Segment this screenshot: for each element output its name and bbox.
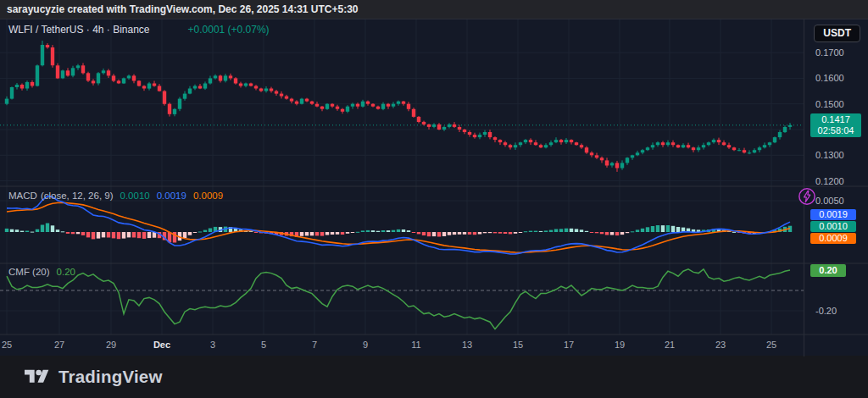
macd-values: 0.00100.00190.0009 xyxy=(120,191,224,201)
time-axis-label: 29 xyxy=(106,340,116,350)
cmf-scale-label-neg: -0.20 xyxy=(815,305,837,317)
time-axis-label: 17 xyxy=(564,340,574,350)
macd-value-2: 0.0009 xyxy=(193,191,223,201)
flash-boost-icon[interactable] xyxy=(798,187,816,206)
macd-title: MACD xyxy=(8,191,37,201)
macd-badge-1: 0.0010 xyxy=(810,221,856,232)
time-axis-label: 19 xyxy=(615,340,625,350)
time-axis-label: 23 xyxy=(715,340,726,350)
macd-badge-0: 0.0019 xyxy=(810,209,856,220)
current-price-badge: 0.1417 02:58:04 xyxy=(810,113,861,137)
cmf-legend[interactable]: CMF (20) 0.20 xyxy=(8,267,75,277)
time-axis-label: Dec xyxy=(153,340,170,350)
tradingview-snapshot: { "attribution": { "text": "sarayucyzie … xyxy=(0,0,868,398)
time-axis-label: 25 xyxy=(2,340,12,350)
time-axis-label: 11 xyxy=(411,340,420,350)
time-axis-label: 7 xyxy=(312,340,317,350)
attribution-text: sarayucyzie created with TradingView.com… xyxy=(7,3,359,15)
currency-usdt-button[interactable]: USDT xyxy=(814,25,860,42)
price-scale-label: 0.1700 xyxy=(815,47,844,58)
current-price: 0.1417 xyxy=(810,114,861,125)
chart-svg[interactable] xyxy=(0,19,868,357)
time-axis-label: 27 xyxy=(54,340,64,350)
macd-badge-2: 0.0009 xyxy=(810,233,856,244)
time-axis-label: 3 xyxy=(210,340,215,350)
time-axis-label: 15 xyxy=(513,340,523,350)
tradingview-logo-text[interactable]: TradingView xyxy=(58,367,163,387)
footer-bar: TradingView xyxy=(0,356,868,398)
time-axis-label: 5 xyxy=(261,340,266,350)
price-scale-label: 0.1600 xyxy=(815,72,844,84)
cmf-title: CMF (20) xyxy=(8,267,50,277)
price-change: +0.0001 (+0.07%) xyxy=(188,24,270,36)
symbol-header: WLFI / TetherUS · 4h · Binance +0.0001 (… xyxy=(8,24,270,36)
macd-value-1: 0.0019 xyxy=(157,191,186,201)
macd-value-0: 0.0010 xyxy=(120,191,150,201)
cmf-value: 0.20 xyxy=(57,267,75,277)
bar-countdown: 02:58:04 xyxy=(810,125,861,136)
chart-area[interactable]: WLFI / TetherUS · 4h · Binance +0.0001 (… xyxy=(0,19,868,356)
attribution-bar: sarayucyzie created with TradingView.com… xyxy=(0,0,868,19)
time-axis-label: 13 xyxy=(462,340,472,350)
time-axis-label: 21 xyxy=(665,340,675,350)
cmf-badge: 0.20 xyxy=(810,264,846,277)
time-axis-label: 25 xyxy=(766,340,776,350)
price-scale-label: 0.1300 xyxy=(815,149,844,161)
price-scale-label: 0.1500 xyxy=(815,98,844,110)
price-scale-label: 0.1200 xyxy=(815,175,844,187)
macd-params: (close, 12, 26, 9) xyxy=(41,191,114,201)
time-axis-label: 9 xyxy=(363,340,368,350)
macd-legend[interactable]: MACD (close, 12, 26, 9) 0.00100.00190.00… xyxy=(8,191,223,201)
symbol-title[interactable]: WLFI / TetherUS · 4h · Binance xyxy=(8,24,150,36)
macd-scale-label: 0.0050 xyxy=(815,195,844,207)
tradingview-logo-icon[interactable] xyxy=(25,367,50,387)
